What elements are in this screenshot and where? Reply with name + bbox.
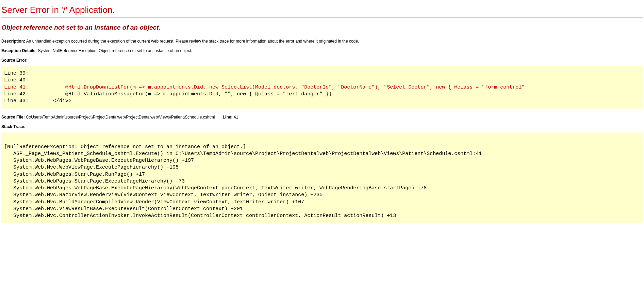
line-number: 41 <box>234 115 238 120</box>
page-title: Server Error in '/' Application. <box>1 5 643 15</box>
exception-message: Object reference not set to an instance … <box>1 24 643 31</box>
source-line-42: Line 42: @Html.ValidationMessageFor(m =>… <box>4 91 332 97</box>
source-error-code: Line 39: Line 40: Line 41: @Html.DropDow… <box>4 70 640 105</box>
exception-details-label: Exception Details: <box>1 48 37 53</box>
description-line: Description: An unhandled exception occu… <box>1 39 643 44</box>
source-line-40: Line 40: <box>4 77 29 83</box>
source-error-label: Source Error: <box>1 58 643 63</box>
exception-details-line: Exception Details: System.NullReferenceE… <box>1 48 643 53</box>
stack-trace-label: Stack Trace: <box>1 124 643 129</box>
source-file-text: C:\Users\TempAdmin\source\Project\Projec… <box>26 115 215 120</box>
source-file-line: Source File: C:\Users\TempAdmin\source\P… <box>1 115 643 120</box>
description-text: An unhandled exception occurred during t… <box>26 39 359 44</box>
source-error-block: Line 39: Line 40: Line 41: @Html.DropDow… <box>1 66 643 109</box>
source-line-41-highlight: Line 41: @Html.DropDownListFor(m => m.ap… <box>4 84 525 90</box>
line-label: Line: <box>223 115 233 120</box>
source-file-label: Source File: <box>1 115 25 120</box>
stack-trace-block: [NullReferenceException: Object referenc… <box>1 132 643 223</box>
source-line-43: Line 43: </div> <box>4 98 71 104</box>
description-label: Description: <box>1 39 25 44</box>
stack-trace-code: [NullReferenceException: Object referenc… <box>4 137 640 219</box>
exception-details-text: System.NullReferenceException: Object re… <box>38 48 192 53</box>
title-divider <box>1 17 643 18</box>
source-line-39: Line 39: <box>4 70 29 76</box>
